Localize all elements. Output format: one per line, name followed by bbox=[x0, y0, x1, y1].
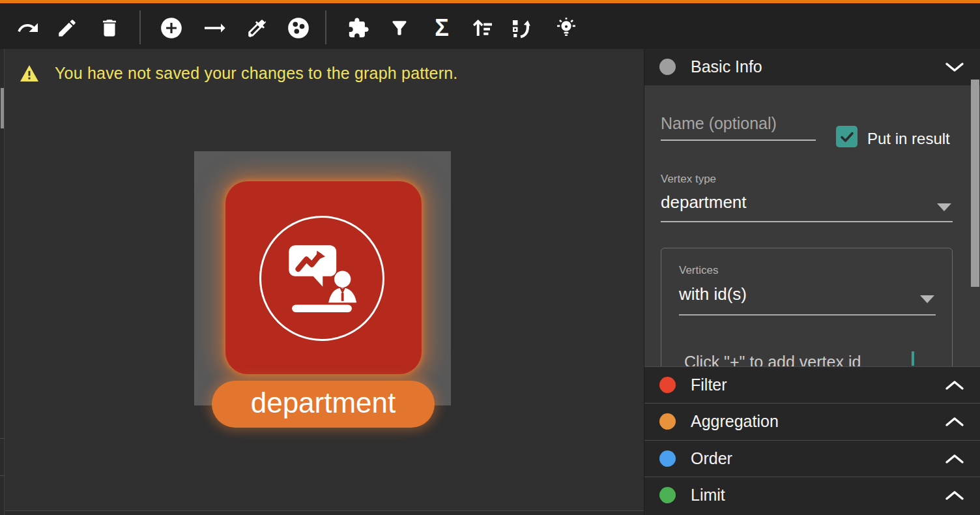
vertices-underline bbox=[679, 314, 936, 316]
chevron-down-icon[interactable] bbox=[945, 62, 964, 72]
left-panel-edge bbox=[0, 49, 5, 515]
toolbar: Σ bbox=[0, 0, 980, 49]
vertex-label-pill[interactable]: department bbox=[212, 381, 435, 428]
add-circle-icon bbox=[159, 16, 184, 40]
basic-info-body: Put in result Vertex type department Ver… bbox=[644, 85, 980, 366]
graph-pattern-editor: Σ You have not saved your changes to the… bbox=[0, 0, 980, 515]
eyedropper-icon bbox=[246, 17, 268, 39]
put-in-result-label: Put in result bbox=[867, 130, 950, 148]
sort-icon bbox=[470, 16, 494, 40]
section-header-filter[interactable]: Filter bbox=[644, 366, 980, 403]
vertices-box: Vertices with id(s) Click "+" to add ver… bbox=[661, 248, 953, 366]
hint-button[interactable] bbox=[552, 14, 581, 42]
vertex-type-dropdown-caret[interactable] bbox=[937, 203, 951, 211]
add-edge-button[interactable] bbox=[200, 14, 229, 42]
unsaved-changes-warning: You have not saved your changes to the g… bbox=[20, 64, 457, 83]
aggregation-tool-button[interactable]: Σ bbox=[427, 14, 456, 42]
section-header-aggregation[interactable]: Aggregation bbox=[644, 403, 980, 439]
filter-dot bbox=[659, 377, 676, 393]
graph-canvas[interactable]: You have not saved your changes to the g… bbox=[5, 49, 644, 515]
sigma-icon: Σ bbox=[435, 16, 449, 40]
limit-dot bbox=[659, 487, 676, 503]
vertex-icon-circle bbox=[259, 216, 384, 341]
name-input[interactable] bbox=[661, 111, 816, 140]
color-picker-button[interactable] bbox=[242, 14, 271, 42]
section-title: Order bbox=[691, 449, 732, 468]
section-title: Limit bbox=[691, 486, 725, 505]
arrow-right-icon bbox=[201, 15, 227, 41]
section-header-basic-info[interactable]: Basic Info bbox=[644, 49, 980, 85]
department-icon bbox=[272, 229, 371, 328]
warning-triangle-icon bbox=[20, 65, 39, 82]
filter-tool-button[interactable] bbox=[385, 14, 414, 42]
checkmark-icon bbox=[839, 129, 855, 145]
section-header-limit[interactable]: Limit bbox=[644, 477, 980, 515]
section-title: Aggregation bbox=[691, 412, 779, 431]
aggregation-dot bbox=[659, 413, 676, 430]
left-strip-divider bbox=[0, 438, 5, 439]
vertices-mode-value[interactable]: with id(s) bbox=[679, 284, 747, 304]
section-title: Filter bbox=[691, 375, 727, 394]
lightbulb-icon bbox=[554, 16, 579, 40]
chevron-up-icon[interactable] bbox=[945, 490, 964, 501]
vertex-type-underline bbox=[661, 221, 953, 222]
choose-output-button[interactable] bbox=[506, 14, 535, 42]
chevron-up-icon[interactable] bbox=[945, 417, 964, 427]
left-strip-divider bbox=[0, 475, 5, 476]
chevron-up-icon[interactable] bbox=[945, 454, 964, 464]
canvas-bottom-bar bbox=[5, 510, 644, 515]
left-scrollbar-thumb[interactable] bbox=[1, 88, 4, 128]
basic-info-dot bbox=[659, 59, 676, 75]
funnel-icon bbox=[389, 18, 410, 38]
name-field-wrap bbox=[661, 111, 816, 141]
toolbar-separator bbox=[139, 10, 141, 44]
properties-panel: Basic Info Put in result Vertex type dep… bbox=[644, 49, 980, 515]
add-vertex-button[interactable] bbox=[157, 14, 186, 42]
toolbar-separator bbox=[325, 10, 326, 44]
order-tool-button[interactable] bbox=[468, 14, 497, 42]
edit-button[interactable] bbox=[53, 14, 81, 42]
choose-icon bbox=[509, 16, 532, 40]
chevron-up-icon[interactable] bbox=[945, 380, 964, 390]
section-title: Basic Info bbox=[691, 57, 762, 76]
pattern-button[interactable] bbox=[344, 14, 373, 42]
vertex-type-value[interactable]: department bbox=[661, 192, 747, 213]
delete-button[interactable] bbox=[95, 14, 124, 42]
trash-icon bbox=[98, 17, 121, 39]
warning-text: You have not saved your changes to the g… bbox=[55, 64, 457, 83]
put-in-result-checkbox[interactable] bbox=[836, 126, 857, 147]
section-header-order[interactable]: Order bbox=[644, 440, 980, 477]
vertices-hint-text: Click "+" to add vertex id bbox=[684, 353, 861, 366]
palette-icon bbox=[286, 16, 311, 40]
color-palette-button[interactable] bbox=[284, 14, 313, 42]
vertices-dropdown-caret[interactable] bbox=[920, 295, 934, 303]
order-dot bbox=[659, 450, 676, 467]
puzzle-icon bbox=[347, 17, 369, 39]
pencil-icon bbox=[56, 17, 78, 39]
vertex-node-department[interactable] bbox=[225, 181, 422, 374]
panel-scrollbar-thumb[interactable] bbox=[971, 80, 979, 287]
add-vertex-id-cursor[interactable] bbox=[912, 351, 914, 366]
redo-button[interactable] bbox=[14, 14, 42, 42]
redo-icon bbox=[16, 16, 40, 40]
vertex-type-label: Vertex type bbox=[661, 173, 716, 186]
vertices-label: Vertices bbox=[679, 264, 718, 277]
vertex-label-text: department bbox=[251, 389, 396, 420]
